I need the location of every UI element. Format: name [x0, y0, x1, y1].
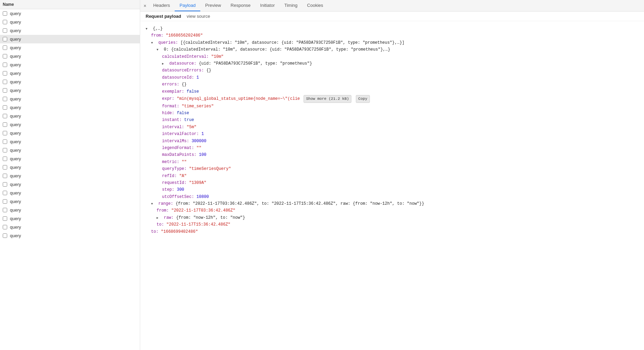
- list-item-checkbox[interactable]: [3, 37, 7, 41]
- list-item-checkbox[interactable]: [3, 233, 7, 238]
- list-item-checkbox[interactable]: [3, 191, 7, 195]
- list-item[interactable]: query: [0, 172, 140, 180]
- utcOffsetSec-value: 10800: [197, 194, 209, 199]
- queryType-value: "timeSeriesQuery": [189, 166, 231, 171]
- list-item-checkbox[interactable]: [3, 71, 7, 76]
- list-item[interactable]: query: [0, 154, 140, 163]
- list-item-label: query: [10, 71, 21, 76]
- list-item-label: query: [10, 122, 21, 127]
- list-item-checkbox[interactable]: [3, 45, 7, 50]
- tab-payload[interactable]: Payload: [175, 0, 200, 11]
- tab-headers[interactable]: Headers: [148, 0, 175, 11]
- list-item-label: query: [10, 19, 21, 25]
- list-item[interactable]: query: [0, 43, 140, 52]
- list-item-checkbox[interactable]: [3, 208, 7, 212]
- list-item[interactable]: query: [0, 86, 140, 95]
- tab-cookies[interactable]: Cookies: [302, 0, 328, 11]
- list-item-checkbox[interactable]: [3, 157, 7, 161]
- list-item[interactable]: query: [0, 206, 140, 214]
- list-item[interactable]: query: [0, 180, 140, 189]
- datasource-line: datasource: {uid: "PA58DA793C7250F1B", t…: [146, 60, 639, 67]
- maxDataPoints-value: 100: [199, 152, 206, 157]
- queries-0-toggle[interactable]: [157, 46, 161, 53]
- list-item[interactable]: query: [0, 189, 140, 197]
- list-item[interactable]: query: [0, 78, 140, 86]
- list-item[interactable]: query: [0, 112, 140, 120]
- list-item[interactable]: query: [0, 9, 140, 18]
- list-item-checkbox[interactable]: [3, 20, 7, 24]
- list-item[interactable]: query: [0, 163, 140, 172]
- raw-toggle[interactable]: [157, 214, 161, 221]
- range-toggle[interactable]: [151, 200, 155, 207]
- datasource-toggle[interactable]: [162, 60, 166, 67]
- list-item-label: query: [10, 105, 21, 110]
- range-to-value: "2022-11-17T15:36:42.486Z": [166, 222, 230, 227]
- list-item-label: query: [10, 54, 21, 59]
- list-item[interactable]: query: [0, 214, 140, 223]
- list-item-checkbox[interactable]: [3, 139, 7, 144]
- from-value: "1668656202486": [166, 33, 203, 38]
- list-item-label: query: [10, 225, 21, 230]
- payload-title: Request payload: [146, 14, 181, 19]
- list-item[interactable]: query: [0, 197, 140, 206]
- tab-initiator[interactable]: Initiator: [255, 0, 280, 11]
- list-item-label: query: [10, 62, 21, 67]
- intervalMs-line: intervalMs: 300000: [146, 138, 639, 145]
- list-item[interactable]: query: [0, 103, 140, 112]
- list-item[interactable]: query: [0, 146, 140, 154]
- list-item[interactable]: query: [0, 18, 140, 26]
- view-source-link[interactable]: view source: [187, 14, 210, 19]
- queries-toggle[interactable]: [151, 39, 155, 46]
- list-item-label: query: [10, 113, 21, 119]
- to-line: to: "1668699402486": [146, 228, 639, 235]
- exemplar-line: exemplar: false: [146, 88, 639, 95]
- datasourceErrors-line: datasourceErrors: {}: [146, 67, 639, 74]
- list-item-checkbox[interactable]: [3, 80, 7, 84]
- list-item[interactable]: query: [0, 60, 140, 69]
- show-more-button[interactable]: Show more (21.2 kB): [304, 95, 351, 103]
- list-item-checkbox[interactable]: [3, 11, 7, 16]
- calculatedInterval-value: "10m": [211, 54, 224, 59]
- tab-response[interactable]: Response: [226, 0, 256, 11]
- list-item-checkbox[interactable]: [3, 63, 7, 67]
- request-list[interactable]: queryqueryqueryqueryqueryqueryqueryquery…: [0, 9, 140, 350]
- list-item-checkbox[interactable]: [3, 122, 7, 127]
- list-item-checkbox[interactable]: [3, 131, 7, 135]
- list-item-label: query: [10, 79, 21, 84]
- intervalFactor-value: 1: [201, 132, 204, 136]
- list-item-checkbox[interactable]: [3, 54, 7, 58]
- list-item-checkbox[interactable]: [3, 28, 7, 33]
- list-item-label: query: [10, 28, 21, 33]
- list-item-checkbox[interactable]: [3, 216, 7, 221]
- list-item-checkbox[interactable]: [3, 225, 7, 229]
- tab-preview[interactable]: Preview: [200, 0, 226, 11]
- list-item-checkbox[interactable]: [3, 97, 7, 101]
- list-item-checkbox[interactable]: [3, 174, 7, 178]
- tab-timing[interactable]: Timing: [280, 0, 303, 11]
- list-item[interactable]: query: [0, 52, 140, 60]
- list-item-label: query: [10, 148, 21, 153]
- list-item-checkbox[interactable]: [3, 148, 7, 152]
- list-item-checkbox[interactable]: [3, 88, 7, 93]
- list-item[interactable]: query: [0, 120, 140, 129]
- root-toggle[interactable]: [146, 25, 150, 32]
- queries-summary: [{calculatedInterval: "10m", datasource:…: [180, 40, 404, 45]
- list-item[interactable]: query: [0, 35, 140, 43]
- list-item-checkbox[interactable]: [3, 182, 7, 187]
- expr-line: expr: "min(mysql_global_status_uptime{no…: [146, 95, 639, 103]
- list-item-checkbox[interactable]: [3, 199, 7, 204]
- list-item-checkbox[interactable]: [3, 105, 7, 110]
- list-item[interactable]: query: [0, 26, 140, 35]
- list-item[interactable]: query: [0, 129, 140, 137]
- list-item[interactable]: query: [0, 95, 140, 103]
- list-item[interactable]: query: [0, 231, 140, 240]
- close-tab-button[interactable]: ×: [142, 0, 148, 11]
- maxDataPoints-line: maxDataPoints: 100: [146, 151, 639, 158]
- list-item[interactable]: query: [0, 223, 140, 231]
- list-item[interactable]: query: [0, 69, 140, 78]
- list-item[interactable]: query: [0, 137, 140, 146]
- list-item-checkbox[interactable]: [3, 114, 7, 118]
- list-item-label: query: [10, 233, 21, 238]
- copy-button[interactable]: Copy: [356, 95, 370, 103]
- list-item-checkbox[interactable]: [3, 165, 7, 170]
